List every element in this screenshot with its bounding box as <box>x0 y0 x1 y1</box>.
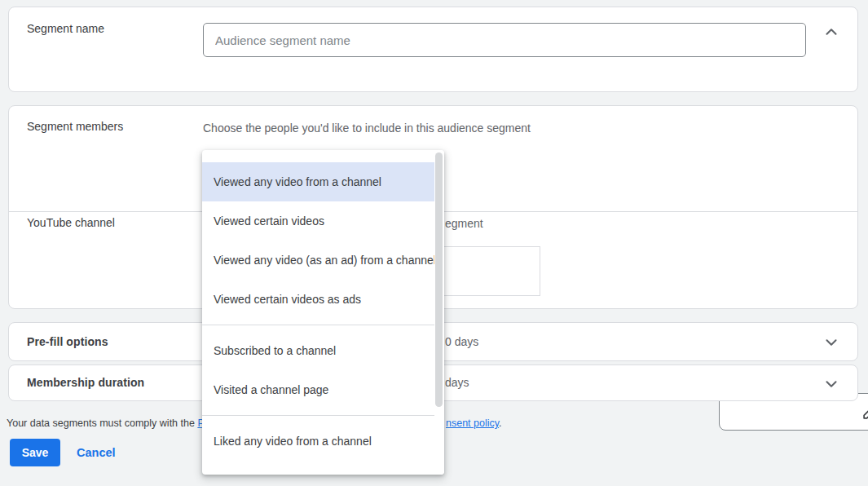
dropdown-item-viewed-certain-videos-as-ads[interactable]: Viewed certain videos as ads <box>202 280 444 319</box>
prefill-value-fragment: 0 days <box>445 335 478 348</box>
dropdown-item-liked-any-video[interactable]: Liked any video from a channel <box>202 422 444 461</box>
audience-segment-editor: Segment name Segment members Choose the … <box>0 0 868 486</box>
chevron-down-icon[interactable] <box>822 375 840 393</box>
membership-duration-label: Membership duration <box>27 376 144 389</box>
segment-name-card: Segment name <box>8 7 858 92</box>
cancel-button[interactable]: Cancel <box>77 439 116 466</box>
dropdown-item-viewed-certain-videos[interactable]: Viewed certain videos <box>202 201 444 241</box>
disclaimer-prefix: Your data segments must comply with the <box>7 418 197 429</box>
save-button[interactable]: Save <box>10 439 60 466</box>
chevron-up-icon[interactable] <box>822 23 840 41</box>
dropdown-scrollbar[interactable] <box>434 150 444 475</box>
pencil-icon[interactable] <box>861 403 868 422</box>
scrollbar-thumb[interactable] <box>435 152 443 407</box>
dropdown-item-viewed-any-video-as-ad[interactable]: Viewed any video (as an ad) from a chann… <box>202 241 444 280</box>
membership-value-fragment: days <box>445 376 469 389</box>
dropdown-item-viewed-any-video[interactable]: Viewed any video from a channel <box>202 162 444 201</box>
segment-name-input[interactable] <box>203 23 806 57</box>
prefill-options-label: Pre-fill options <box>27 335 108 348</box>
policy-disclaimer-end: nsent policy. <box>446 418 502 429</box>
segment-members-description: Choose the people you'd like to include … <box>203 122 531 135</box>
disclaimer-suffix: . <box>499 418 501 429</box>
youtube-channel-description-fragment: egment <box>445 217 483 230</box>
dropdown-item-subscribed[interactable]: Subscribed to a channel <box>202 331 444 370</box>
segment-name-label: Segment name <box>27 22 104 35</box>
youtube-channel-label: YouTube channel <box>27 216 115 229</box>
segment-members-label: Segment members <box>27 120 123 133</box>
segment-members-dropdown: Viewed any video from a channel Viewed c… <box>202 150 444 475</box>
policy-link-end[interactable]: nsent policy <box>446 418 499 429</box>
dropdown-divider <box>202 325 434 325</box>
chevron-down-icon[interactable] <box>822 334 840 351</box>
policy-disclaimer: Your data segments must comply with the … <box>7 418 210 429</box>
dropdown-item-visited-channel-page[interactable]: Visited a channel page <box>202 370 444 409</box>
dropdown-divider <box>202 415 434 416</box>
